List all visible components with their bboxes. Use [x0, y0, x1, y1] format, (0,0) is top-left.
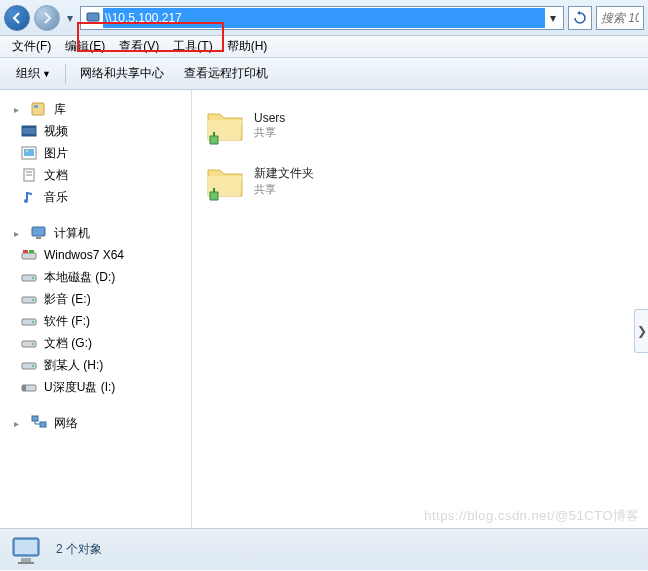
folder-item[interactable]: 新建文件夹 共享 [198, 156, 642, 206]
expand-icon[interactable]: ▸ [14, 418, 24, 429]
svg-rect-17 [23, 250, 28, 253]
svg-rect-0 [87, 13, 99, 21]
drive-icon [20, 334, 38, 352]
computer-icon [30, 224, 48, 242]
menu-help[interactable]: 帮助(H) [221, 36, 274, 57]
svg-rect-18 [29, 250, 34, 253]
sidebar-item-drive-i[interactable]: U深度U盘 (I:) [0, 376, 191, 398]
back-button[interactable] [4, 5, 30, 31]
sidebar-item-drive-e[interactable]: 影音 (E:) [0, 288, 191, 310]
forward-button[interactable] [34, 5, 60, 31]
svg-rect-15 [36, 237, 41, 239]
address-dropdown[interactable]: ▾ [545, 11, 561, 25]
address-input[interactable] [103, 8, 545, 28]
svg-point-22 [32, 299, 34, 301]
sidebar-item-pictures[interactable]: 图片 [0, 142, 191, 164]
drive-icon [20, 356, 38, 374]
sidebar-item-documents[interactable]: 文档 [0, 164, 191, 186]
history-dropdown[interactable]: ▾ [64, 5, 76, 31]
libraries-icon [30, 100, 48, 118]
svg-rect-34 [15, 540, 37, 554]
svg-point-9 [26, 150, 28, 152]
menu-bar: 文件(F) 编辑(E) 查看(V) 工具(T) 帮助(H) [0, 36, 648, 58]
sidebar-libraries[interactable]: ▸ 库 [0, 98, 191, 120]
folder-sub: 共享 [254, 182, 314, 197]
sidebar-item-videos[interactable]: 视频 [0, 120, 191, 142]
svg-point-24 [32, 321, 34, 323]
refresh-button[interactable] [568, 6, 592, 30]
folder-name: Users [254, 111, 285, 125]
organize-button[interactable]: 组织▼ [8, 61, 59, 86]
svg-rect-35 [21, 558, 31, 562]
search-box[interactable] [596, 6, 644, 30]
sidebar-item-drive-d[interactable]: 本地磁盘 (D:) [0, 266, 191, 288]
pictures-icon [20, 144, 38, 162]
svg-rect-8 [24, 149, 34, 156]
music-icon [20, 188, 38, 206]
svg-rect-32 [40, 422, 46, 427]
svg-rect-1 [90, 22, 96, 24]
menu-edit[interactable]: 编辑(E) [59, 36, 111, 57]
network-icon [30, 414, 48, 432]
sidebar-computer[interactable]: ▸ 计算机 [0, 222, 191, 244]
svg-rect-3 [34, 105, 38, 108]
svg-rect-2 [32, 103, 44, 115]
svg-rect-30 [22, 385, 26, 391]
address-bar[interactable]: ▾ [80, 6, 564, 30]
navigation-pane[interactable]: ▸ 库 视频 图片 文档 音乐 [0, 90, 192, 528]
expand-icon[interactable]: ▸ [14, 228, 24, 239]
drive-icon [20, 246, 38, 264]
svg-rect-31 [32, 416, 38, 421]
shared-folder-icon [204, 160, 246, 202]
sidebar-item-drive-h[interactable]: 劉某人 (H:) [0, 354, 191, 376]
video-icon [20, 122, 38, 140]
computer-icon [85, 10, 101, 26]
sidebar-item-drive-g[interactable]: 文档 (G:) [0, 332, 191, 354]
computer-icon [10, 534, 46, 566]
sidebar-item-drive-f[interactable]: 软件 (F:) [0, 310, 191, 332]
drive-icon [20, 290, 38, 308]
command-bar: 组织▼ 网络和共享中心 查看远程打印机 [0, 58, 648, 90]
preview-pane-toggle[interactable]: ❯ [634, 309, 648, 353]
menu-tools[interactable]: 工具(T) [167, 36, 218, 57]
menu-file[interactable]: 文件(F) [6, 36, 57, 57]
main-area: ▸ 库 视频 图片 文档 音乐 [0, 90, 648, 528]
folder-sub: 共享 [254, 125, 285, 140]
svg-point-13 [24, 199, 28, 203]
shared-folder-icon [204, 104, 246, 146]
svg-rect-6 [22, 134, 36, 136]
separator [65, 64, 66, 84]
svg-rect-36 [18, 562, 34, 564]
content-pane[interactable]: Users 共享 新建文件夹 共享 ❯ [192, 90, 648, 528]
navigation-bar: ▾ ▾ [0, 0, 648, 36]
svg-point-28 [32, 365, 34, 367]
menu-view[interactable]: 查看(V) [113, 36, 165, 57]
drive-icon [20, 268, 38, 286]
folder-name: 新建文件夹 [254, 165, 314, 182]
remote-printers-button[interactable]: 查看远程打印机 [176, 61, 276, 86]
documents-icon [20, 166, 38, 184]
network-center-button[interactable]: 网络和共享中心 [72, 61, 172, 86]
expand-icon[interactable]: ▸ [14, 104, 24, 115]
svg-point-26 [32, 343, 34, 345]
folder-item[interactable]: Users 共享 [198, 100, 642, 150]
status-bar: 2 个对象 [0, 528, 648, 570]
sidebar-item-music[interactable]: 音乐 [0, 186, 191, 208]
search-input[interactable] [601, 11, 639, 25]
status-text: 2 个对象 [56, 541, 102, 558]
svg-rect-14 [32, 227, 45, 236]
svg-point-20 [32, 277, 34, 279]
svg-rect-5 [22, 126, 36, 128]
usb-drive-icon [20, 378, 38, 396]
svg-rect-16 [22, 253, 36, 259]
sidebar-network[interactable]: ▸ 网络 [0, 412, 191, 434]
sidebar-item-windows7[interactable]: Windwos7 X64 [0, 244, 191, 266]
drive-icon [20, 312, 38, 330]
